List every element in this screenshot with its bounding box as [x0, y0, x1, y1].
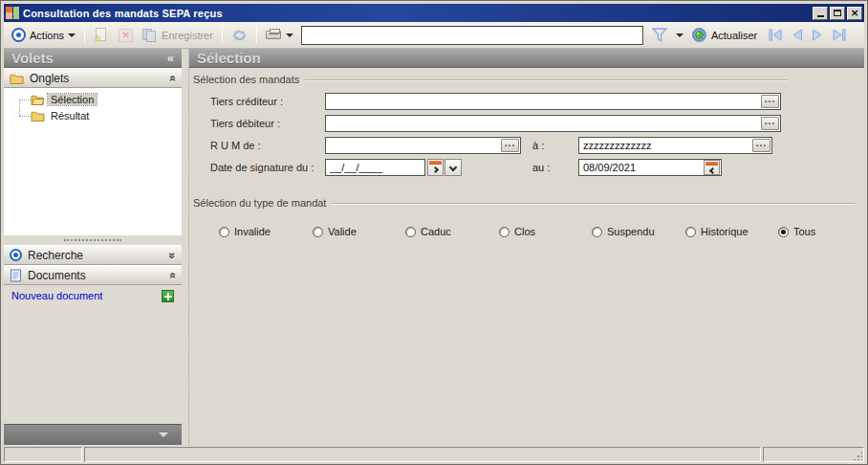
tree-item-selection[interactable]: Sélection [13, 92, 182, 107]
statusbar [4, 445, 864, 462]
radio-clos[interactable]: Clos [499, 226, 535, 237]
document-icon [10, 269, 22, 282]
radio-icon [499, 227, 510, 237]
filter-button[interactable] [647, 25, 672, 45]
onglets-section-header[interactable]: Onglets » [4, 68, 182, 88]
radio-invalide[interactable]: Invalide [219, 226, 271, 237]
main-panel: Sélection Sélection des mandats Tiers cr… [189, 49, 864, 445]
tree-item-resultat[interactable]: Résultat [13, 108, 182, 123]
radio-valide[interactable]: Valide [313, 226, 357, 237]
app-window: Consultation des mandats SEPA reçus × Ac… [0, 0, 868, 465]
field-row-rum: R U M de : ... à : zzzzzzzzzzzzz ... [210, 137, 858, 154]
rum-de-input[interactable]: ... [325, 137, 521, 154]
rum-a-label: à : [532, 140, 578, 151]
refresh-button[interactable] [228, 26, 251, 45]
minimize-button[interactable] [813, 7, 828, 20]
main-title: Sélection [197, 50, 261, 66]
nav-last-button[interactable] [832, 29, 846, 41]
refresh-data-button[interactable]: Actualiser [687, 25, 761, 45]
radio-icon [685, 227, 696, 237]
radio-icon [313, 227, 323, 237]
field-row-date-signature: Date de signature du : __/__/____ au : 0… [210, 159, 858, 176]
date-au-input[interactable]: 08/09/2021 [578, 159, 722, 176]
print-dropdown-icon [286, 33, 293, 37]
save-button[interactable]: Enregistrer [138, 26, 217, 45]
delete-icon: ✕ [118, 28, 134, 43]
window-title: Consultation des mandats SEPA reçus [23, 8, 223, 19]
recherche-section-header[interactable]: Recherche » [4, 245, 182, 265]
filter-dropdown-icon[interactable] [676, 33, 684, 37]
date-au-picker-button[interactable] [704, 160, 720, 175]
tiers-crediteur-input[interactable]: ... [325, 93, 781, 110]
actions-icon [11, 28, 26, 42]
onglets-collapse-icon[interactable]: » [166, 75, 180, 81]
group2-title: Sélection du type de mandat [193, 197, 326, 209]
new-document-link[interactable]: Nouveau document [11, 290, 102, 301]
recherche-icon [10, 249, 22, 261]
new-document-row: Nouveau document [4, 285, 182, 306]
date-du-input[interactable]: __/__/____ [325, 159, 425, 176]
nav-first-button[interactable] [769, 29, 783, 41]
sidebar-header: Volets « [4, 49, 182, 68]
add-document-icon[interactable] [162, 290, 174, 302]
sidebar-bottom-bar[interactable] [4, 424, 182, 445]
date-du-picker-button[interactable] [427, 159, 444, 176]
date-du-dropdown-button[interactable] [445, 159, 462, 176]
sidebar: Volets « Onglets » Sélection Résult [4, 49, 182, 445]
tiers-crediteur-label: Tiers créditeur : [210, 96, 325, 107]
radio-suspendu[interactable]: Suspendu [592, 226, 655, 237]
print-button[interactable] [262, 26, 297, 45]
radio-tous[interactable]: Tous [778, 226, 815, 237]
tiers-debiteur-input[interactable]: ... [325, 115, 781, 132]
rum-a-input[interactable]: zzzzzzzzzzzzz ... [578, 137, 772, 154]
tiers-debiteur-label: Tiers débiteur : [210, 118, 325, 129]
date-au-label: au : [532, 162, 578, 173]
group1-title: Sélection des mandats [193, 74, 299, 85]
maximize-button[interactable] [830, 7, 845, 20]
filter-funnel-icon [651, 27, 668, 43]
close-button[interactable]: × [847, 7, 862, 20]
rum-a-lookup-button[interactable]: ... [752, 139, 770, 152]
radio-caduc[interactable]: Caduc [405, 226, 451, 237]
onglets-tree: Sélection Résultat [4, 88, 182, 235]
recherche-label: Recherche [28, 249, 83, 262]
folder-icon [10, 73, 24, 84]
sidebar-splitter[interactable] [4, 235, 182, 245]
documents-section-header[interactable]: Documents » [4, 265, 182, 285]
actualiser-label: Actualiser [711, 30, 757, 41]
documents-collapse-icon[interactable]: » [166, 272, 180, 278]
save-icon [141, 28, 158, 43]
field-row-tiers-debiteur: Tiers débiteur : ... [210, 115, 858, 132]
more-panels-icon [159, 432, 168, 437]
toolbar: Actions ★ ✕ Enregistrer [4, 22, 864, 49]
nav-prev-button[interactable] [792, 29, 803, 41]
type-mandat-radio-group: Invalide Valide Caduc Clos Suspendu Hist… [193, 226, 858, 245]
nav-next-button[interactable] [812, 29, 823, 41]
new-button[interactable]: ★ [90, 26, 114, 45]
closed-folder-icon [31, 110, 45, 122]
tiers-crediteur-lookup-button[interactable]: ... [761, 95, 779, 108]
refresh-icon [231, 28, 248, 43]
actions-dropdown-icon [68, 33, 76, 37]
actualiser-icon [691, 27, 707, 43]
status-panel-1 [4, 447, 82, 462]
radio-icon [405, 227, 416, 237]
titlebar: Consultation des mandats SEPA reçus × [4, 4, 864, 22]
resize-grip[interactable] [853, 451, 862, 460]
radio-historique[interactable]: Historique [685, 226, 749, 237]
sidebar-collapse-icon[interactable]: « [167, 51, 174, 65]
tree-item-label: Sélection [48, 94, 97, 105]
open-folder-icon [31, 94, 45, 105]
radio-icon [219, 227, 229, 237]
actions-button[interactable]: Actions [8, 26, 79, 44]
recherche-expand-icon[interactable]: » [166, 252, 180, 258]
rum-de-lookup-button[interactable]: ... [501, 139, 519, 152]
tiers-debiteur-lookup-button[interactable]: ... [761, 117, 779, 130]
app-icon [6, 7, 19, 19]
search-input[interactable] [301, 26, 643, 45]
vertical-splitter[interactable] [182, 49, 189, 445]
actions-label: Actions [30, 30, 64, 41]
delete-button[interactable]: ✕ [114, 26, 138, 45]
documents-label: Documents [28, 269, 86, 282]
radio-icon [778, 227, 789, 237]
